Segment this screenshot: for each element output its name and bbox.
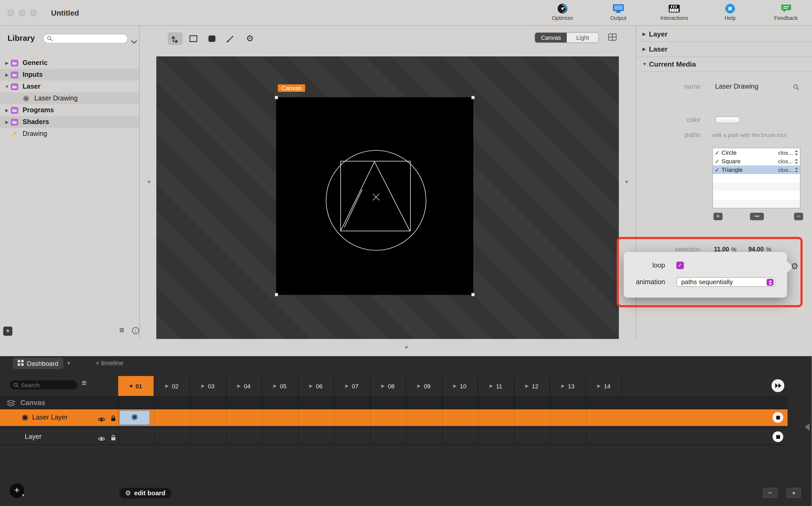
canvas-group-row[interactable]: Canvas bbox=[0, 396, 788, 409]
path-mode[interactable]: clos... bbox=[778, 167, 793, 173]
timeline-column-11[interactable]: ▶11 bbox=[478, 376, 514, 396]
library-item-generic[interactable]: ▶Generic bbox=[0, 57, 139, 69]
timeline-column-01[interactable]: ■01 bbox=[118, 376, 154, 396]
path-row-circle[interactable]: ✓Circleclos... bbox=[713, 148, 800, 157]
eye-icon[interactable] bbox=[98, 434, 105, 444]
library-item-programs[interactable]: ▶Programs bbox=[0, 104, 139, 116]
library-search[interactable] bbox=[43, 34, 128, 44]
path-row-square[interactable]: ✓Squareclos... bbox=[713, 157, 800, 165]
timeline-column-10[interactable]: ▶10 bbox=[442, 376, 478, 396]
view-mode-light[interactable]: Light bbox=[567, 33, 598, 43]
disclosure-triangle-icon[interactable]: ▶ bbox=[3, 119, 11, 124]
view-mode-canvas[interactable]: Canvas bbox=[535, 33, 567, 43]
media-settings-gear-icon[interactable]: ⚙ bbox=[791, 261, 799, 271]
library-search-input[interactable] bbox=[55, 35, 119, 42]
canvas-surface[interactable] bbox=[276, 97, 473, 295]
chevron-down-icon[interactable]: ▼ bbox=[643, 62, 649, 67]
laser-clip[interactable] bbox=[119, 410, 150, 425]
help-button[interactable]: Help bbox=[709, 3, 751, 21]
timeline-column-07[interactable]: ▶07 bbox=[334, 376, 370, 396]
media-name-value[interactable]: Laser Drawing bbox=[715, 83, 758, 90]
timeline-column-08[interactable]: ▶08 bbox=[370, 376, 406, 396]
path-mode[interactable]: clos... bbox=[778, 158, 793, 164]
chevron-down-icon[interactable] bbox=[131, 36, 138, 46]
rectangle-tool-button[interactable] bbox=[186, 32, 201, 45]
library-item-shaders[interactable]: ▶Shaders bbox=[0, 116, 139, 128]
timeline-column-12[interactable]: ▶12 bbox=[514, 376, 550, 396]
path-checkbox[interactable]: ✓ bbox=[713, 158, 722, 164]
timeline-column-05[interactable]: ▶05 bbox=[262, 376, 298, 396]
transform-tool-button[interactable] bbox=[168, 32, 183, 45]
stop-layer-button[interactable] bbox=[773, 412, 783, 423]
section-layer[interactable]: ▶ Layer bbox=[636, 27, 812, 42]
selection-from-value[interactable]: 11.00 bbox=[714, 246, 729, 252]
timeline-column-03[interactable]: ▶03 bbox=[190, 376, 226, 396]
chevron-right-icon[interactable]: ▶ bbox=[643, 32, 649, 36]
add-path-button[interactable]: + bbox=[713, 213, 723, 220]
search-media-icon[interactable] bbox=[793, 83, 799, 92]
panel-resize-dot[interactable] bbox=[625, 180, 628, 183]
timeline-column-14[interactable]: ▶14 bbox=[586, 376, 622, 396]
disclosure-triangle-icon[interactable]: ▶ bbox=[3, 61, 11, 65]
panel-resize-dot[interactable] bbox=[148, 180, 150, 183]
edit-board-button[interactable]: ⚙ edit board bbox=[119, 488, 171, 499]
timeline-column-09[interactable]: ▶09 bbox=[406, 376, 442, 396]
tab-dropdown-icon[interactable]: ▼ bbox=[67, 361, 71, 366]
timeline-column-13[interactable]: ▶13 bbox=[550, 376, 586, 396]
disclosure-triangle-icon[interactable]: ▼ bbox=[3, 84, 11, 89]
chevron-right-icon[interactable]: ▶ bbox=[643, 47, 649, 52]
lock-icon[interactable] bbox=[111, 433, 116, 443]
stop-layer-button[interactable] bbox=[773, 431, 783, 442]
info-button[interactable]: i bbox=[132, 327, 139, 334]
animation-select[interactable]: paths sequentially bbox=[676, 277, 775, 287]
timeline-search[interactable] bbox=[10, 380, 77, 390]
remove-path-button[interactable]: − bbox=[794, 213, 803, 220]
timeline-menu-icon[interactable]: ≡ bbox=[82, 378, 87, 388]
lock-icon[interactable] bbox=[111, 414, 116, 424]
stage-settings-gear-icon[interactable]: ⚙ bbox=[246, 32, 254, 45]
library-item-drawing[interactable]: Drawing bbox=[0, 128, 139, 140]
path-row-triangle[interactable]: ✓Triangleclos... bbox=[713, 165, 800, 174]
add-library-item-button[interactable]: + bbox=[3, 327, 12, 336]
path-mode[interactable]: clos... bbox=[778, 149, 793, 156]
timeline-search-input[interactable] bbox=[21, 382, 69, 388]
feedback-button[interactable]: Feedback bbox=[764, 3, 807, 21]
mask-tool-button[interactable] bbox=[204, 32, 219, 45]
library-menu-icon[interactable]: ≡ bbox=[119, 326, 125, 335]
timeline-column-04[interactable]: ▶04 bbox=[226, 376, 262, 396]
stepper-icon[interactable] bbox=[795, 158, 798, 164]
interactions-button[interactable]: Interactions bbox=[653, 3, 696, 21]
loop-checkbox[interactable]: ✓ bbox=[676, 262, 684, 269]
optimize-button[interactable]: Optimize bbox=[541, 3, 584, 21]
selection-handle[interactable] bbox=[471, 96, 475, 99]
zoom-out-button[interactable]: − bbox=[763, 488, 777, 498]
library-item-laser-drawing[interactable]: Laser Drawing bbox=[0, 92, 139, 104]
zoom-window-button[interactable] bbox=[30, 10, 36, 16]
disclosure-triangle-icon[interactable]: ▶ bbox=[3, 108, 11, 112]
play-all-button[interactable] bbox=[772, 379, 784, 392]
stepper-icon[interactable] bbox=[795, 150, 798, 156]
stage-area[interactable]: Canvas bbox=[156, 57, 619, 339]
color-swatch[interactable] bbox=[715, 116, 740, 123]
selection-handle[interactable] bbox=[274, 293, 278, 297]
add-layer-button[interactable]: + ▼ bbox=[10, 484, 24, 498]
section-laser[interactable]: ▶ Laser bbox=[636, 42, 812, 57]
path-checkbox[interactable]: ✓ bbox=[713, 150, 722, 156]
panel-resize-dot[interactable] bbox=[405, 346, 408, 349]
path-options-button[interactable]: ••• bbox=[750, 213, 764, 220]
output-button[interactable]: Output bbox=[597, 3, 640, 21]
line-tool-button[interactable] bbox=[222, 32, 237, 45]
timeline-column-06[interactable]: ▶06 bbox=[298, 376, 334, 396]
eye-icon[interactable] bbox=[98, 415, 105, 424]
path-checkbox[interactable]: ✓ bbox=[713, 167, 722, 173]
library-item-inputs[interactable]: ▶Inputs bbox=[0, 69, 139, 81]
section-current-media[interactable]: ▼ Current Media bbox=[636, 57, 812, 72]
add-timeline-button[interactable]: + timeline bbox=[96, 359, 123, 367]
selection-to-value[interactable]: 94.00 bbox=[748, 246, 764, 252]
selection-handle[interactable] bbox=[274, 96, 278, 99]
zoom-in-button[interactable]: + bbox=[787, 488, 801, 498]
library-item-laser[interactable]: ▼Laser bbox=[0, 81, 139, 92]
selection-handle[interactable] bbox=[471, 293, 475, 297]
layer-row[interactable]: Layer bbox=[0, 428, 788, 445]
minimize-window-button[interactable] bbox=[19, 10, 25, 16]
